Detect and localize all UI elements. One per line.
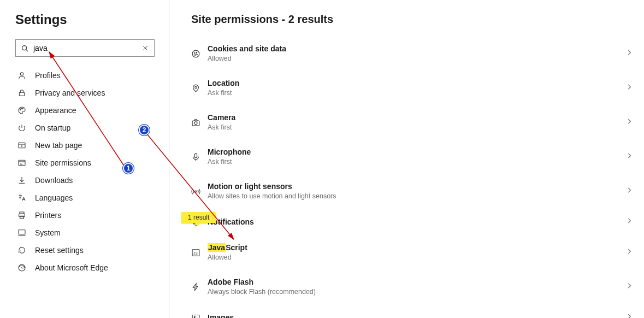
sidebar-item-site-permissions[interactable]: Site permissions [15,154,158,172]
sidebar-item-label: System [35,228,61,237]
sidebar-item-on-startup[interactable]: On startup [15,119,158,137]
edge-icon [16,263,27,272]
svg-point-0 [22,45,26,50]
chevron-right-icon [625,248,633,257]
permission-item-microphone[interactable]: MicrophoneAsk first [191,142,640,171]
sidebar-item-about-microsoft-edge[interactable]: About Microsoft Edge [15,259,158,276]
svg-point-6 [20,109,20,110]
page-heading: Site permissions - 2 results [191,13,640,26]
sidebar-item-label: Privacy and services [35,89,105,97]
sidebar-item-label: On startup [35,123,70,132]
permission-subtitle: Ask first [208,158,625,166]
permission-item-cookies-and-site-data[interactable]: Cookies and site dataAllowed [191,39,640,68]
sidebar-item-system[interactable]: System [15,224,158,242]
sidebar-item-label: Profiles [35,71,61,80]
settings-title: Settings [15,12,158,27]
sensor-icon [191,186,208,196]
permission-subtitle: Ask first [208,123,625,131]
js-icon: JS [191,247,208,257]
svg-point-25 [194,55,195,55]
sidebar-item-appearance[interactable]: Appearance [15,102,158,119]
permission-subtitle: Allowed [208,254,625,261]
svg-point-8 [22,108,23,109]
svg-point-22 [192,50,199,57]
permission-item-javascript[interactable]: JSJavaScriptAllowed [191,238,640,267]
permission-subtitle: Allow sites to use motion and light sens… [208,192,625,200]
svg-rect-19 [20,216,24,219]
permission-title: Adobe Flash [208,278,625,286]
annotation-marker-1: 1 [123,163,134,174]
palette-icon [16,106,27,115]
search-icon [16,44,33,52]
sidebar-item-label: Reset settings [35,246,84,255]
camera-icon [191,117,208,127]
chevron-right-icon [625,313,633,318]
chevron-right-icon [625,117,633,127]
sidebar-item-new-tab-page[interactable]: New tab page [15,137,158,154]
lock-icon [16,89,27,97]
settings-nav: ProfilesPrivacy and servicesAppearanceOn… [15,67,158,276]
permission-subtitle: Allowed [208,55,625,62]
person-icon [16,71,27,80]
download-icon [16,176,27,185]
location-icon [191,83,208,93]
permission-title: Microphone [208,148,625,156]
svg-point-4 [20,73,23,75]
system-icon [16,228,27,237]
svg-rect-20 [19,230,25,234]
permission-item-notifications[interactable]: Notifications [191,211,640,232]
sidebar-item-privacy-and-services[interactable]: Privacy and services [15,84,158,102]
reset-icon [16,246,27,255]
permission-item-location[interactable]: LocationAsk first [191,73,640,102]
permission-title: Notifications [208,217,625,226]
language-icon [16,193,27,202]
svg-rect-35 [192,315,199,318]
svg-text:JS: JS [193,251,197,255]
permission-subtitle: Ask first [208,89,625,97]
permission-title: Motion or light sensors [208,182,625,191]
svg-rect-13 [19,160,25,165]
permission-subtitle: Always block Flash (recommended) [208,288,625,296]
search-field[interactable] [15,39,155,57]
permission-title: JavaScript [208,243,625,252]
sidebar-item-label: Printers [35,211,61,220]
sidebar-item-profiles[interactable]: Profiles [15,67,158,84]
chevron-right-icon [625,282,633,291]
search-input[interactable] [33,44,137,52]
newtab-icon [16,141,27,150]
printer-icon [16,211,27,220]
search-result-badge: 1 result [181,212,216,223]
flash-icon [191,281,208,292]
chevron-right-icon [625,152,633,161]
siteperm-icon [16,158,27,167]
svg-rect-5 [19,92,24,96]
svg-point-27 [195,86,197,89]
chevron-right-icon [625,217,633,226]
sidebar-item-languages[interactable]: Languages [15,189,158,207]
svg-rect-30 [194,154,197,158]
permission-item-camera[interactable]: CameraAsk first [191,108,640,137]
sidebar-item-label: Site permissions [35,158,91,167]
svg-point-24 [196,52,197,53]
sidebar-item-reset-settings[interactable]: Reset settings [15,242,158,259]
permission-item-adobe-flash[interactable]: Adobe FlashAlways block Flash (recommend… [191,272,640,301]
chevron-right-icon [625,83,633,92]
sidebar-item-downloads[interactable]: Downloads [15,172,158,189]
clear-search-button[interactable] [137,40,154,56]
cookie-icon [191,48,208,58]
mic-icon [191,151,208,162]
sidebar-item-label: Appearance [35,106,76,115]
sidebar-item-label: New tab page [35,141,82,150]
svg-point-32 [195,191,197,192]
chevron-right-icon [625,186,633,196]
svg-point-29 [194,122,197,125]
image-icon [191,312,208,318]
sidebar-item-printers[interactable]: Printers [15,207,158,224]
permission-item-images[interactable]: Images [191,307,640,318]
svg-point-26 [197,54,197,55]
permission-item-motion-or-light-sensors[interactable]: Motion or light sensorsAllow sites to us… [191,176,640,205]
permission-title: Camera [208,113,625,122]
permissions-list: Cookies and site dataAllowedLocationAsk … [191,39,640,318]
chevron-right-icon [625,49,633,58]
sidebar-item-label: Languages [35,193,73,202]
